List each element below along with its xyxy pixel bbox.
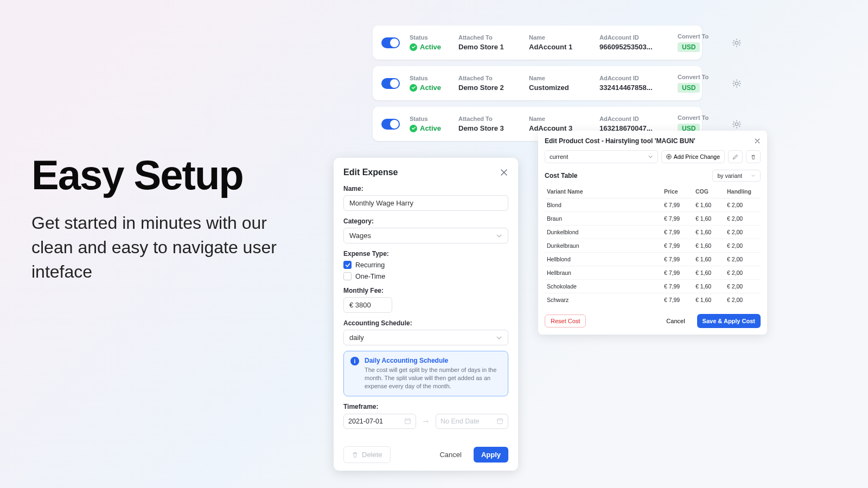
apply-button[interactable]: Apply [474,447,508,463]
edit-product-cost-modal: Edit Product Cost - Hairstyling tool 'MA… [538,131,767,335]
convert-to-label: Convert To [678,33,722,40]
period-select[interactable]: current [545,150,658,163]
accounts-list: Status Active Attached To Demo Store 1 N… [373,25,702,147]
start-date-input[interactable]: 2021-07-01 [343,414,416,429]
modal-title: Edit Expense [343,168,398,177]
status-label: Status [410,75,449,81]
delete-button[interactable]: Delete [343,446,391,463]
check-circle-icon [410,43,417,51]
cancel-button[interactable]: Cancel [659,314,692,328]
convert-to-label: Convert To [678,114,722,121]
hero-subtitle: Get started in minutes with our clean an… [31,211,303,284]
recurring-checkbox[interactable] [343,261,352,269]
delete-icon-button[interactable] [746,150,761,163]
add-price-change-button[interactable]: Add Price Change [661,150,725,163]
cog-cell: € 1,60 [695,242,727,249]
fee-input[interactable] [343,297,392,313]
category-label: Category: [343,217,508,225]
edit-expense-modal: Edit Expense Name: Category: Wages Expen… [334,158,518,471]
status-value: Active [410,84,449,92]
name-label: Name: [343,185,508,192]
col-price: Price [664,188,695,195]
reset-cost-button[interactable]: Reset Cost [545,314,586,328]
category-select[interactable]: Wages [343,228,508,243]
close-icon[interactable] [754,138,761,144]
name-value: Customized [529,84,590,92]
gear-icon[interactable] [732,79,742,88]
account-toggle[interactable] [381,37,400,48]
chevron-down-icon [496,233,502,239]
calendar-icon [496,418,503,425]
onetime-checkbox[interactable] [343,272,352,280]
schedule-select[interactable]: daily [343,330,508,345]
variant-cell: Braun [547,215,664,222]
plus-circle-icon [666,154,672,159]
gear-icon[interactable] [732,38,742,48]
cancel-button[interactable]: Cancel [432,447,469,463]
variant-cell: Dunkelbraun [547,242,664,249]
status-label: Status [410,34,449,41]
table-row: Dunkelbraun € 7,99 € 1,60 € 2,00 [545,239,761,253]
account-toggle[interactable] [381,78,400,89]
adaccount-id-label: AdAccount ID [599,34,668,41]
handling-cell: € 2,00 [727,297,758,303]
cog-cell: € 1,60 [695,202,727,208]
status-label: Status [410,115,449,122]
variant-cell: Schwarz [547,297,664,303]
trash-icon [352,451,359,458]
cost-table: Variant Name Price COG Handling Blond € … [545,185,761,306]
trash-icon [750,154,756,160]
attached-to-value: Demo Store 3 [458,124,519,132]
table-row: Schwarz € 7,99 € 1,60 € 2,00 [545,293,761,306]
variant-cell: Blond [547,202,664,208]
convert-to-label: Convert To [678,74,722,80]
save-apply-button[interactable]: Save & Apply Cost [697,314,761,328]
attached-to-label: Attached To [458,75,519,81]
close-icon[interactable] [500,168,508,177]
currency-badge: USD [678,83,700,93]
adaccount-id-value: 966095253503... [599,43,668,51]
price-cell: € 7,99 [664,215,695,222]
cog-cell: € 1,60 [695,229,727,235]
table-row: Hellbraun € 7,99 € 1,60 € 2,00 [545,266,761,280]
variant-cell: Hellbraun [547,269,664,276]
cog-cell: € 1,60 [695,256,727,262]
price-cell: € 7,99 [664,256,695,262]
pencil-icon [732,154,738,160]
cog-cell: € 1,60 [695,215,727,222]
handling-cell: € 2,00 [727,269,758,276]
recurring-label: Recurring [355,261,385,269]
check-circle-icon [410,125,417,132]
account-card: Status Active Attached To Demo Store 1 N… [373,25,702,60]
adaccount-id-value: 332414467858... [599,84,668,92]
handling-cell: € 2,00 [727,283,758,290]
end-date-input[interactable]: No End Date [436,414,508,429]
account-toggle[interactable] [381,119,400,130]
hero-title: Easy Setup [31,155,303,196]
table-row: Dunkelblond € 7,99 € 1,60 € 2,00 [545,226,761,239]
timeframe-label: Timeframe: [343,403,508,410]
gear-icon[interactable] [732,119,742,129]
chevron-down-icon [751,174,756,178]
edit-button[interactable] [728,150,743,163]
attached-to-value: Demo Store 2 [458,84,519,92]
info-body: The cost will get split by the number of… [365,366,501,390]
group-by-select[interactable]: by variant [712,170,761,182]
svg-rect-1 [497,419,503,423]
name-label: Name [529,34,590,41]
schedule-label: Accounting Schedule: [343,319,508,327]
cog-cell: € 1,60 [695,269,727,276]
variant-cell: Hellblond [547,256,664,262]
handling-cell: € 2,00 [727,256,758,262]
arrow-right-icon: → [422,416,430,426]
status-value: Active [410,124,449,132]
account-card: Status Active Attached To Demo Store 2 N… [373,66,702,100]
group-by-value: by variant [717,172,742,179]
status-value: Active [410,43,449,51]
expense-type-label: Expense Type: [343,250,508,258]
info-title: Daily Accounting Schedule [365,357,501,364]
handling-cell: € 2,00 [727,242,758,249]
name-input[interactable] [343,195,508,211]
end-date-placeholder: No End Date [441,418,480,425]
name-value: AdAccount 1 [529,43,590,51]
